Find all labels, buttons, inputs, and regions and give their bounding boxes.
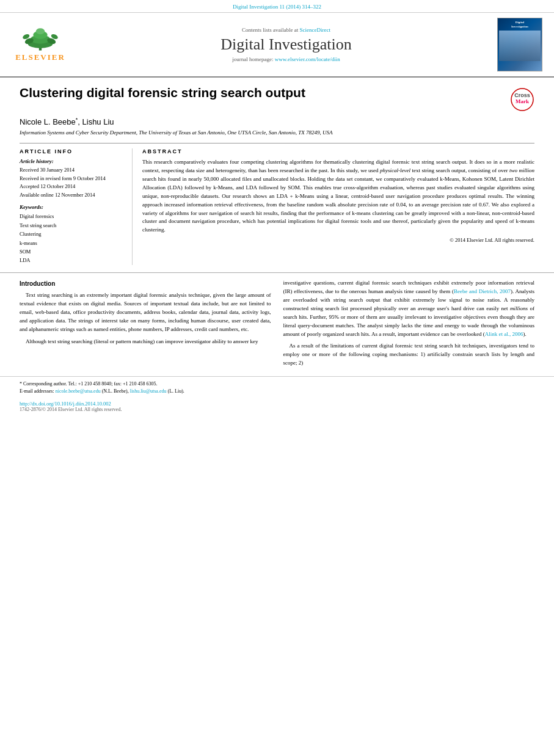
abstract-col: ABSTRACT This research comparatively eva… xyxy=(142,148,534,265)
svg-point-4 xyxy=(36,28,45,34)
article-info-abstract: ARTICLE INFO Article history: Received 3… xyxy=(20,143,534,265)
body-left-col: Introduction Text string searching is an… xyxy=(20,279,271,371)
article-history-label: Article history: xyxy=(20,158,125,164)
doi-section: http://dx.doi.org/10.1016/j.diin.2014.10… xyxy=(0,398,554,413)
journal-homepage: journal homepage: www.elsevier.com/locat… xyxy=(232,56,340,62)
svg-text:Cross: Cross xyxy=(514,92,530,98)
sciencedirect-link[interactable]: ScienceDirect xyxy=(300,27,330,33)
article-info-label: ARTICLE INFO xyxy=(20,148,125,154)
keywords-label: Keywords: xyxy=(20,204,125,210)
article-affiliation: Information Systems and Cyber Security D… xyxy=(20,129,534,137)
article-title: Clustering digital forensic string searc… xyxy=(20,85,504,100)
article-info-col: ARTICLE INFO Article history: Received 3… xyxy=(20,148,133,265)
elsevier-logo-area: ELSEVIER xyxy=(10,18,77,71)
abstract-label: ABSTRACT xyxy=(142,148,534,154)
introduction-heading: Introduction xyxy=(20,279,271,289)
footnote-section: * Corresponding author. Tel.: +1 210 458… xyxy=(0,376,554,398)
footnote-emails: E-mail addresses: nicole.beebe@utsa.edu … xyxy=(20,388,534,395)
elsevier-wordmark: ELSEVIER xyxy=(15,53,65,62)
abstract-text: This research comparatively evaluates fo… xyxy=(142,158,534,234)
body-content: Introduction Text string searching is an… xyxy=(0,279,554,371)
journal-name: Digital Investigation xyxy=(221,35,351,54)
ref-beebe-2007: Beebe and Dietrich, 2007 xyxy=(454,288,511,294)
email-link-1[interactable]: nicole.beebe@utsa.edu xyxy=(56,388,101,394)
contents-available-text: Contents lists available at ScienceDirec… xyxy=(242,27,330,33)
doi-link[interactable]: http://dx.doi.org/10.1016/j.diin.2014.10… xyxy=(20,401,111,407)
body-right-col: investigative questions, current digital… xyxy=(283,279,535,371)
article-history-items: Received 30 January 2014 Received in rev… xyxy=(20,166,125,199)
right-para1: investigative questions, current digital… xyxy=(283,279,535,339)
intro-para1: Text string searching is an extremely im… xyxy=(20,291,271,334)
intro-para2: Although text string searching (literal … xyxy=(20,338,271,346)
title-area: Clustering digital forensic string searc… xyxy=(20,85,534,112)
journal-cover-image: DigitalInvestigation xyxy=(495,18,544,71)
footnote-corresponding: * Corresponding author. Tel.: +1 210 458… xyxy=(20,380,534,388)
journal-title-area: Contents lists available at ScienceDirec… xyxy=(83,18,489,71)
journal-ref: Digital Investigation 11 (2014) 314–322 xyxy=(0,0,554,13)
issn-text: 1742-2876/© 2014 Elsevier Ltd. All right… xyxy=(20,407,534,412)
email-link-2[interactable]: lishu.liu@utsa.edu xyxy=(130,388,167,394)
copyright-text: © 2014 Elsevier Ltd. All rights reserved… xyxy=(142,237,534,243)
article-authors: Nicole L. Beebe*, Lishu Liu xyxy=(20,117,534,126)
ref-alink-2006: Alink et al., 2006 xyxy=(485,331,523,337)
journal-header: ELSEVIER Contents lists available at Sci… xyxy=(0,13,554,78)
article-main: Clustering digital forensic string searc… xyxy=(0,78,554,265)
homepage-link[interactable]: www.elsevier.com/locate/diin xyxy=(275,56,340,62)
elsevier-tree-icon xyxy=(16,27,65,51)
right-para2: As a result of the limitations of curren… xyxy=(283,342,535,368)
svg-text:Mark: Mark xyxy=(516,98,529,104)
section-divider xyxy=(0,272,554,273)
crossmark-badge: Cross Mark xyxy=(510,87,534,112)
keywords-list: Digital forensics Text string search Clu… xyxy=(20,212,125,265)
